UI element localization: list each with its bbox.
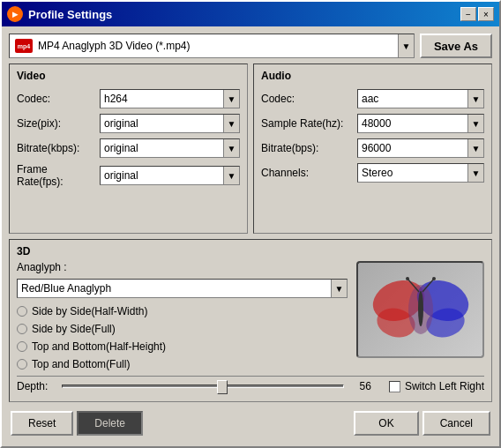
ok-button[interactable]: OK: [354, 411, 418, 436]
radio-side-half-label: Side by Side(Half-Width): [32, 305, 147, 317]
video-panel: Video Codec: h264 ▼ Size(pix): original …: [9, 63, 248, 234]
video-framerate-label: Frame Rate(fps):: [17, 163, 96, 188]
depth-slider[interactable]: [62, 385, 344, 388]
depth-label: Depth:: [17, 380, 56, 392]
radio-side-full-indicator: [17, 324, 27, 334]
radio-top-half-label: Top and Bottom(Half-Height): [32, 340, 166, 353]
format-text: MP4 Anaglyph 3D Video (*.mp4): [38, 40, 387, 52]
radio-side-full-label: Side by Side(Full): [32, 323, 116, 335]
footer-buttons: Reset Delete OK Cancel: [9, 407, 492, 439]
audio-channels-value: Stereo: [358, 167, 467, 179]
3d-title: 3D: [17, 245, 484, 258]
video-size-arrow[interactable]: ▼: [223, 115, 239, 132]
switch-left-right-label: Switch Left Right: [405, 380, 484, 392]
settings-panels: Video Codec: h264 ▼ Size(pix): original …: [9, 63, 492, 234]
close-button[interactable]: ×: [478, 7, 494, 21]
video-codec-select[interactable]: h264 ▼: [100, 89, 240, 108]
svg-point-11: [432, 277, 436, 280]
video-framerate-row: Frame Rate(fps): original ▼: [17, 163, 240, 188]
radio-top-half[interactable]: Top and Bottom(Half-Height): [17, 340, 348, 353]
video-codec-label: Codec:: [17, 93, 96, 105]
video-panel-title: Video: [17, 70, 240, 82]
anaglyph-row: Anaglyph : Red/Blue Anaglyph ▼ Side by S…: [17, 261, 484, 372]
video-size-label: Size(pix):: [17, 117, 96, 130]
audio-bitrate-value: 96000: [358, 142, 467, 154]
audio-samplerate-select[interactable]: 48000 ▼: [357, 114, 484, 133]
audio-channels-row: Channels: Stereo ▼: [261, 163, 484, 183]
butterfly-preview: [356, 261, 484, 358]
window-body: mp4 MP4 Anaglyph 3D Video (*.mp4) ▼ Save…: [2, 26, 499, 446]
svg-text:▶: ▶: [12, 11, 19, 19]
video-framerate-value: original: [101, 169, 223, 182]
minimize-button[interactable]: −: [460, 7, 476, 21]
video-bitrate-row: Bitrate(kbps): original ▼: [17, 138, 240, 158]
audio-channels-select[interactable]: Stereo ▼: [357, 163, 484, 183]
video-codec-row: Codec: h264 ▼: [17, 89, 240, 108]
radio-top-half-indicator: [17, 341, 27, 352]
audio-samplerate-value: 48000: [358, 117, 467, 130]
window-icon: ▶: [7, 6, 23, 22]
audio-codec-label: Codec:: [261, 93, 354, 105]
audio-samplerate-row: Sample Rate(hz): 48000 ▼: [261, 114, 484, 133]
audio-codec-row: Codec: aac ▼: [261, 89, 484, 108]
video-size-row: Size(pix): original ▼: [17, 114, 240, 133]
audio-bitrate-label: Bitrate(bps):: [261, 142, 354, 154]
video-bitrate-select[interactable]: original ▼: [100, 138, 240, 158]
format-select[interactable]: mp4 MP4 Anaglyph 3D Video (*.mp4) ▼: [9, 34, 415, 58]
radio-side-half[interactable]: Side by Side(Half-Width): [17, 305, 348, 317]
3d-section: 3D Anaglyph : Red/Blue Anaglyph ▼ Side b…: [9, 239, 492, 402]
butterfly-svg: [368, 270, 474, 349]
video-bitrate-value: original: [101, 142, 223, 154]
audio-bitrate-arrow[interactable]: ▼: [467, 139, 483, 157]
video-bitrate-arrow[interactable]: ▼: [223, 139, 239, 157]
video-codec-value: h264: [101, 93, 223, 105]
anaglyph-left: Anaglyph : Red/Blue Anaglyph ▼ Side by S…: [17, 261, 348, 372]
audio-bitrate-select[interactable]: 96000 ▼: [357, 138, 484, 158]
video-bitrate-label: Bitrate(kbps):: [17, 142, 96, 154]
video-framerate-select[interactable]: original ▼: [100, 166, 240, 185]
cancel-button[interactable]: Cancel: [422, 411, 490, 436]
depth-value: 56: [349, 380, 371, 392]
audio-codec-arrow[interactable]: ▼: [467, 90, 483, 108]
video-codec-arrow[interactable]: ▼: [223, 90, 239, 108]
switch-left-right-checkbox[interactable]: [389, 381, 400, 392]
profile-settings-window: ▶ Profile Settings − × mp4 MP4 Anaglyph …: [0, 0, 501, 448]
radio-side-full[interactable]: Side by Side(Full): [17, 323, 348, 335]
anaglyph-label: Anaglyph :: [17, 261, 348, 273]
format-icon: mp4: [15, 39, 33, 53]
audio-codec-value: aac: [358, 93, 467, 105]
switch-row: Switch Left Right: [389, 380, 484, 392]
svg-point-7: [418, 291, 423, 326]
video-size-value: original: [101, 117, 223, 130]
radio-side-half-indicator: [17, 306, 27, 317]
svg-point-10: [406, 277, 409, 280]
audio-panel: Audio Codec: aac ▼ Sample Rate(hz): 4800…: [253, 63, 492, 234]
depth-slider-thumb[interactable]: [217, 380, 228, 394]
radio-top-full-indicator: [17, 359, 27, 370]
audio-codec-select[interactable]: aac ▼: [357, 89, 484, 108]
depth-row: Depth: 56 Switch Left Right: [17, 376, 484, 396]
save-as-button[interactable]: Save As: [420, 34, 492, 58]
video-framerate-arrow[interactable]: ▼: [223, 167, 239, 184]
audio-samplerate-label: Sample Rate(hz):: [261, 117, 354, 130]
audio-panel-title: Audio: [261, 70, 484, 82]
anaglyph-arrow[interactable]: ▼: [331, 280, 347, 297]
audio-channels-arrow[interactable]: ▼: [467, 164, 483, 182]
reset-button[interactable]: Reset: [11, 411, 73, 436]
radio-top-full[interactable]: Top and Bottom(Full): [17, 358, 348, 370]
top-bar: mp4 MP4 Anaglyph 3D Video (*.mp4) ▼ Save…: [9, 34, 492, 58]
audio-channels-label: Channels:: [261, 167, 354, 179]
anaglyph-value: Red/Blue Anaglyph: [18, 282, 331, 295]
delete-button[interactable]: Delete: [77, 411, 143, 436]
format-dropdown-arrow[interactable]: ▼: [398, 34, 414, 57]
window-title: Profile Settings: [28, 8, 460, 21]
audio-samplerate-arrow[interactable]: ▼: [467, 115, 483, 132]
title-bar: ▶ Profile Settings − ×: [2, 2, 499, 26]
window-controls: − ×: [460, 7, 494, 21]
radio-top-full-label: Top and Bottom(Full): [32, 358, 130, 370]
anaglyph-select[interactable]: Red/Blue Anaglyph ▼: [17, 279, 348, 298]
audio-bitrate-row: Bitrate(bps): 96000 ▼: [261, 138, 484, 158]
video-size-select[interactable]: original ▼: [100, 114, 240, 133]
